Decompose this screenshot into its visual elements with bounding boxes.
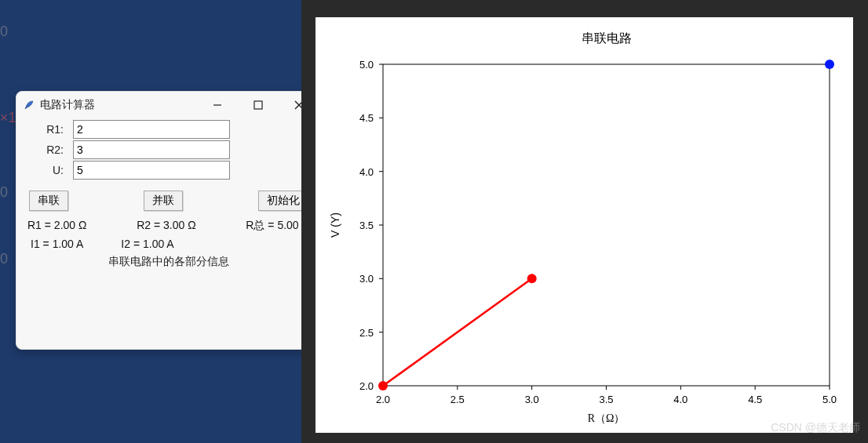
result-i1: I1 = 1.00 A [31, 238, 83, 250]
svg-text:4.0: 4.0 [359, 166, 374, 178]
bg-label: 0 [0, 251, 8, 267]
svg-text:R（Ω）: R（Ω） [588, 412, 625, 424]
r2-input[interactable] [73, 140, 230, 159]
bg-label: 0 [0, 184, 8, 201]
svg-text:2.0: 2.0 [359, 380, 374, 392]
chart-figure: 串联电路2.02.53.03.54.04.55.02.02.53.03.54.0… [315, 17, 853, 433]
svg-text:3.5: 3.5 [359, 220, 374, 231]
bg-label: 0 [0, 24, 8, 40]
svg-text:4.0: 4.0 [673, 394, 687, 405]
calculator-window: 电路计算器 R1: R2: U: 串联 并联 [16, 91, 322, 350]
svg-text:4.5: 4.5 [748, 394, 762, 405]
result-r2: R2 = 3.00 Ω [137, 219, 195, 233]
result-rtotal: R总 = 5.00 Ω [246, 219, 310, 233]
svg-text:2.0: 2.0 [376, 394, 390, 405]
svg-text:3.0: 3.0 [359, 273, 374, 285]
svg-point-38 [825, 60, 834, 69]
r1-input[interactable] [73, 120, 230, 139]
svg-text:4.5: 4.5 [359, 112, 374, 124]
r1-label: R1: [26, 123, 73, 136]
svg-text:5.0: 5.0 [822, 394, 837, 405]
svg-rect-1 [254, 101, 262, 109]
svg-text:3.5: 3.5 [599, 394, 613, 405]
info-label: 串联电路中的各部分信息 [26, 255, 312, 269]
chart-panel: 串联电路2.02.53.03.54.04.55.02.02.53.03.54.0… [301, 0, 868, 443]
svg-text:2.5: 2.5 [359, 327, 374, 339]
result-r1: R1 = 2.00 Ω [27, 219, 86, 233]
titlebar[interactable]: 电路计算器 [16, 92, 321, 118]
svg-text:V (Y): V (Y) [329, 212, 341, 238]
svg-text:3.0: 3.0 [525, 394, 539, 405]
maximize-button[interactable] [243, 94, 274, 116]
window-title: 电路计算器 [40, 98, 202, 112]
minimize-button[interactable] [202, 94, 233, 116]
svg-text:串联电路: 串联电路 [582, 31, 632, 45]
result-i2: I2 = 1.00 A [121, 238, 173, 250]
feather-icon [23, 99, 35, 111]
u-label: U: [26, 164, 73, 176]
parallel-button[interactable]: 并联 [144, 191, 183, 211]
svg-text:5.0: 5.0 [359, 59, 374, 71]
svg-text:2.5: 2.5 [450, 394, 465, 405]
svg-point-36 [378, 381, 388, 390]
chart-svg: 串联电路2.02.53.03.54.04.55.02.02.53.03.54.0… [315, 17, 853, 433]
r2-label: R2: [26, 143, 73, 156]
u-input[interactable] [73, 161, 230, 180]
svg-point-37 [527, 274, 537, 283]
series-button[interactable]: 串联 [29, 191, 68, 211]
